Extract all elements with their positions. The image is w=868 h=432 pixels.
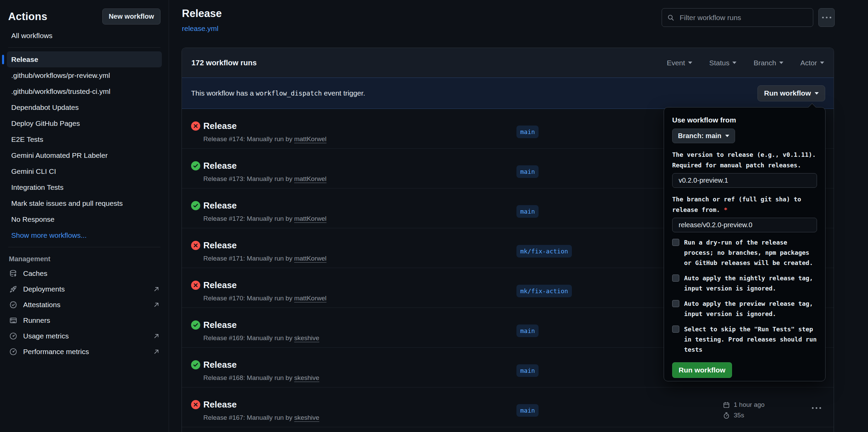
branch-label[interactable]: main — [516, 165, 539, 178]
run-title-link[interactable]: Release — [203, 399, 237, 410]
run-title-link[interactable]: Release — [203, 360, 237, 370]
external-link-icon — [153, 286, 160, 293]
run-workflow-submit-button[interactable]: Run workflow — [672, 362, 732, 378]
sidebar-divider — [8, 247, 160, 247]
sidebar-item-runners[interactable]: Runners — [0, 313, 169, 328]
run-workflow-panel: Use workflow from Branch: main The versi… — [664, 107, 826, 381]
success-icon — [191, 161, 200, 170]
run-title-link[interactable]: Release — [203, 320, 237, 330]
run-title-link[interactable]: Release — [203, 161, 237, 171]
nightly-tag-checkbox-option[interactable]: Auto apply the nightly release tag, inpu… — [672, 273, 817, 294]
verified-icon — [9, 300, 18, 309]
sidebar-item-pr-review[interactable]: .github/workflows/pr-review.yml — [7, 67, 162, 83]
actor-link[interactable]: mattKorwel — [294, 255, 326, 262]
run-meta: 1 hour ago 35s — [723, 401, 765, 419]
sidebar-item-attestations[interactable]: Attestations — [0, 297, 169, 313]
branch-label[interactable]: main — [516, 364, 539, 377]
sidebar-item-label: Performance metrics — [23, 348, 89, 356]
chevron-down-icon — [820, 62, 824, 64]
skip-tests-checkbox-option[interactable]: Select to skip the "Run Tests" step in t… — [672, 324, 817, 355]
sidebar: Actions New workflow All workflows Relea… — [0, 0, 169, 432]
run-title-link[interactable]: Release — [203, 200, 237, 211]
actor-link[interactable]: skeshive — [294, 414, 319, 421]
branch-label[interactable]: main — [516, 126, 539, 138]
branch-label[interactable]: mk/fix-action — [516, 245, 572, 257]
branch-label[interactable]: mk/fix-action — [516, 285, 572, 297]
chevron-down-icon — [688, 62, 692, 64]
checkbox-unchecked-icon[interactable] — [672, 275, 679, 282]
sidebar-divider — [8, 47, 160, 48]
checkbox-unchecked-icon[interactable] — [672, 300, 679, 307]
filter-workflow-runs-input[interactable] — [679, 13, 808, 22]
sidebar-item-integration-tests[interactable]: Integration Tests — [7, 179, 162, 195]
run-options-kebab-button[interactable] — [809, 404, 824, 412]
failure-icon — [191, 281, 200, 290]
github-actions-page: Actions New workflow All workflows Relea… — [0, 0, 868, 432]
external-link-icon — [153, 301, 160, 308]
sidebar-item-deploy-github-pages[interactable]: Deploy GitHub Pages — [7, 115, 162, 131]
branch-label[interactable]: main — [516, 205, 539, 218]
sidebar-item-trusted-ci[interactable]: .github/workflows/trusted-ci.yml — [7, 83, 162, 99]
failure-icon — [191, 241, 200, 250]
checkbox-unchecked-icon[interactable] — [672, 326, 679, 333]
run-title-link[interactable]: Release — [203, 280, 237, 290]
sidebar-item-label: Usage metrics — [23, 332, 69, 340]
branch-selector-button[interactable]: Branch: main — [672, 129, 735, 143]
actor-link[interactable]: skeshive — [294, 374, 319, 381]
run-row-167[interactable]: Release Release #167: Manually run by sk… — [182, 387, 834, 427]
sidebar-item-release[interactable]: Release — [7, 51, 162, 67]
ref-input[interactable] — [672, 218, 817, 232]
actor-link[interactable]: skeshive — [294, 334, 319, 342]
branch-label[interactable]: main — [516, 325, 539, 337]
actor-link[interactable]: mattKorwel — [294, 175, 326, 182]
sidebar-item-caches[interactable]: Caches — [0, 266, 169, 281]
workflow-list: Release .github/workflows/pr-review.yml … — [0, 51, 169, 243]
sidebar-item-no-response[interactable]: No Response — [7, 211, 162, 227]
run-title-link[interactable]: Release — [203, 121, 237, 131]
sidebar-item-label: Runners — [23, 316, 50, 325]
workflow-options-kebab-button[interactable] — [818, 8, 835, 27]
selected-accent-bar — [2, 55, 4, 64]
sidebar-item-mark-stale[interactable]: Mark stale issues and pull requests — [7, 195, 162, 211]
sidebar-item-label: Deployments — [23, 285, 65, 293]
runs-list-header: 172 workflow runs Event Status Branch Ac… — [182, 48, 834, 78]
version-input[interactable] — [672, 173, 817, 188]
actions-title: Actions — [8, 11, 47, 23]
chevron-down-icon — [815, 92, 819, 95]
calendar-icon — [723, 401, 730, 409]
rocket-icon — [9, 285, 18, 294]
filter-event-dropdown[interactable]: Event — [667, 59, 692, 67]
sidebar-item-usage-metrics[interactable]: Usage metrics — [0, 328, 169, 344]
filter-status-dropdown[interactable]: Status — [709, 59, 737, 67]
sidebar-item-all-workflows[interactable]: All workflows — [7, 28, 162, 44]
new-workflow-button[interactable]: New workflow — [102, 9, 160, 24]
preview-tag-checkbox-option[interactable]: Auto apply the preview release tag, inpu… — [672, 299, 817, 319]
branch-label[interactable]: main — [516, 404, 539, 417]
run-workflow-dropdown-button[interactable]: Run workflow — [758, 85, 825, 101]
checkbox-unchecked-icon[interactable] — [672, 239, 679, 246]
management-section-label: Management — [0, 252, 169, 266]
kebab-horizontal-icon — [812, 407, 821, 409]
sidebar-item-gemini-cli-ci[interactable]: Gemini CLI CI — [7, 163, 162, 179]
use-workflow-from-label: Use workflow from — [672, 116, 817, 124]
sidebar-item-deployments[interactable]: Deployments — [0, 281, 169, 297]
workflow-file-link[interactable]: release.yml — [182, 24, 218, 33]
sidebar-item-e2e-tests[interactable]: E2E Tests — [7, 131, 162, 147]
filter-branch-dropdown[interactable]: Branch — [753, 59, 783, 67]
show-more-workflows-link[interactable]: Show more workflows... — [7, 227, 162, 243]
server-icon — [9, 316, 18, 325]
sidebar-item-performance-metrics[interactable]: Performance metrics — [0, 344, 169, 360]
failure-icon — [191, 400, 200, 409]
sidebar-item-gemini-pr-labeler[interactable]: Gemini Automated PR Labeler — [7, 147, 162, 163]
actor-link[interactable]: mattKorwel — [294, 295, 326, 302]
actor-link[interactable]: mattKorwel — [294, 135, 326, 143]
sidebar-item-label: Attestations — [23, 301, 61, 309]
filter-actor-dropdown[interactable]: Actor — [800, 59, 824, 67]
dry-run-checkbox-option[interactable]: Run a dry-run of the release process; no… — [672, 237, 817, 268]
actor-link[interactable]: mattKorwel — [294, 215, 326, 222]
chevron-down-icon — [779, 62, 783, 64]
chevron-down-icon — [725, 135, 729, 137]
sidebar-item-dependabot-updates[interactable]: Dependabot Updates — [7, 99, 162, 115]
filter-workflow-runs-box[interactable] — [662, 8, 813, 27]
run-title-link[interactable]: Release — [203, 240, 237, 251]
